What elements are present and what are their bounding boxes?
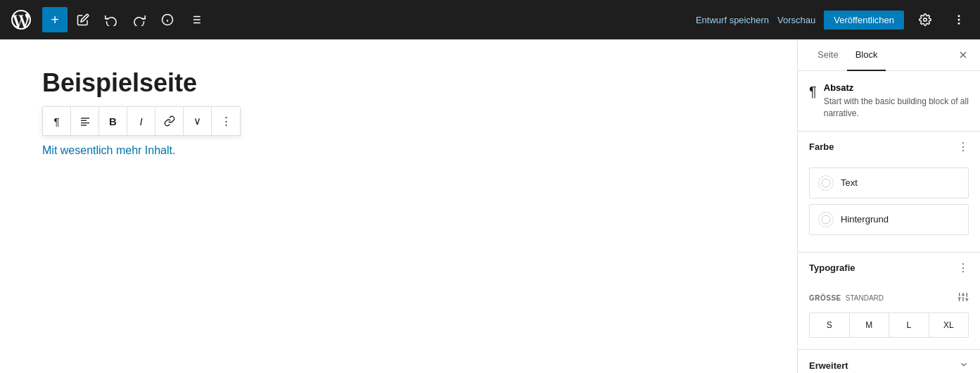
- color-options: Text Hintergrund: [798, 162, 980, 252]
- block-info-text: Absatz Start with the basic building blo…: [824, 82, 969, 120]
- paragraph-icon: ¶: [809, 84, 817, 100]
- add-block-button[interactable]: +: [42, 7, 68, 32]
- farbe-section-title: Farbe: [809, 141, 834, 152]
- svg-point-20: [822, 215, 830, 224]
- typografie-section: Typografie ⋮ GRÖSSE STANDARD S M L: [798, 253, 980, 350]
- typo-section-content: GRÖSSE STANDARD S M L XL: [798, 283, 980, 349]
- svg-rect-16: [81, 125, 87, 126]
- publish-button[interactable]: Veröffentlichen: [824, 11, 904, 30]
- grosse-label: GRÖSSE: [809, 294, 841, 302]
- wp-logo: [8, 7, 34, 32]
- erweitert-section[interactable]: Erweitert: [798, 350, 980, 373]
- svg-point-11: [958, 19, 960, 20]
- block-options-button[interactable]: ⋮: [212, 107, 240, 135]
- font-size-l-button[interactable]: L: [889, 313, 929, 337]
- toolbar-right: Entwurf speichern Vorschau Veröffentlich…: [696, 7, 972, 32]
- main-area: Beispielseite ¶ B I ∨ ⋮ Mit wesentlich m…: [0, 39, 980, 373]
- svg-point-12: [958, 23, 960, 25]
- settings-button[interactable]: [912, 7, 938, 32]
- block-desc-text: Start with the basic building block of a…: [824, 96, 969, 120]
- typografie-more-button[interactable]: ⋮: [957, 261, 969, 274]
- svg-point-19: [822, 179, 830, 187]
- typo-size-controls: [957, 291, 969, 305]
- text-color-label: Text: [841, 177, 858, 188]
- sidebar-tabs: Seite Block: [798, 39, 980, 71]
- content-paragraph[interactable]: Mit wesentlich mehr Inhalt.: [42, 141, 755, 160]
- main-toolbar: + Entwurf speichern Vorschau Veröffentli…: [0, 0, 980, 39]
- font-size-m-button[interactable]: M: [850, 313, 890, 337]
- svg-point-9: [924, 18, 927, 22]
- svg-point-10: [958, 15, 960, 17]
- preview-button[interactable]: Vorschau: [777, 15, 815, 25]
- svg-rect-15: [81, 122, 89, 123]
- block-info: ¶ Absatz Start with the basic building b…: [798, 71, 980, 132]
- save-draft-button[interactable]: Entwurf speichern: [696, 15, 769, 25]
- svg-rect-13: [81, 118, 89, 119]
- typo-sliders-button[interactable]: [957, 291, 969, 305]
- edit-button[interactable]: [70, 7, 96, 32]
- farbe-section-header[interactable]: Farbe ⋮: [798, 132, 980, 162]
- typografie-section-title: Typografie: [809, 263, 855, 273]
- alignment-button[interactable]: [71, 107, 99, 135]
- farbe-section: Farbe ⋮ Text Hintergrund: [798, 132, 980, 253]
- font-size-s-button[interactable]: S: [810, 313, 850, 337]
- svg-rect-14: [81, 120, 87, 121]
- tab-page[interactable]: Seite: [809, 39, 847, 71]
- font-size-xl-button[interactable]: XL: [929, 313, 969, 337]
- more-rich-text-button[interactable]: ∨: [184, 107, 212, 135]
- more-options-button[interactable]: [946, 7, 972, 32]
- link-button[interactable]: [155, 107, 184, 135]
- block-name-label: Absatz: [824, 82, 969, 93]
- page-title[interactable]: Beispielseite: [42, 68, 755, 98]
- erweitert-label: Erweitert: [809, 360, 848, 371]
- block-toolbar: ¶ B I ∨ ⋮: [42, 106, 241, 136]
- undo-button[interactable]: [98, 7, 124, 32]
- background-color-option[interactable]: Hintergrund: [809, 204, 969, 235]
- list-view-button[interactable]: [183, 7, 208, 32]
- font-size-buttons: S M L XL: [809, 312, 969, 338]
- text-color-option[interactable]: Text: [809, 167, 969, 198]
- typo-size-row: GRÖSSE STANDARD: [809, 291, 969, 305]
- editor-area: Beispielseite ¶ B I ∨ ⋮ Mit wesentlich m…: [0, 39, 797, 373]
- erweitert-chevron-button[interactable]: [959, 360, 969, 372]
- sidebar-close-button[interactable]: [957, 39, 969, 70]
- farbe-more-button[interactable]: ⋮: [957, 140, 969, 153]
- background-color-label: Hintergrund: [841, 214, 889, 225]
- text-color-circle: [818, 175, 834, 191]
- paragraph-type-button[interactable]: ¶: [43, 107, 71, 135]
- right-sidebar: Seite Block ¶ Absatz Start with the basi…: [797, 39, 980, 373]
- info-button[interactable]: [155, 7, 180, 32]
- italic-button[interactable]: I: [127, 107, 155, 135]
- typografie-section-header[interactable]: Typografie ⋮: [798, 253, 980, 283]
- redo-button[interactable]: [127, 7, 152, 32]
- bold-button[interactable]: B: [99, 107, 127, 135]
- standard-label: STANDARD: [846, 294, 884, 302]
- background-color-circle: [818, 212, 834, 227]
- tab-block[interactable]: Block: [847, 39, 886, 71]
